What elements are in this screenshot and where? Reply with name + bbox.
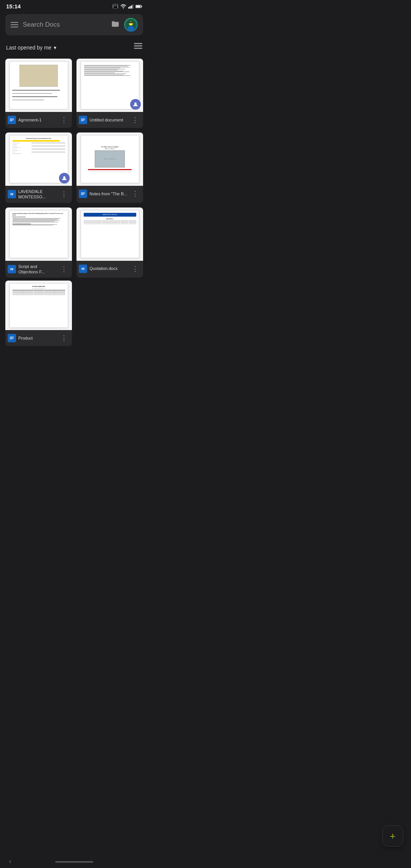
- doc-preview-script: Fundraiser/Telesuder Agent to Potential …: [5, 207, 72, 261]
- preview-img-script: Fundraiser/Telesuder Agent to Potential …: [10, 210, 68, 258]
- doc-menu-lavendale[interactable]: ⋮: [59, 189, 69, 199]
- svg-rect-18: [10, 121, 13, 121]
- status-icons: 📳: [112, 3, 142, 9]
- doc-footer-quotation: W Quotation.docx ⋮: [76, 261, 143, 277]
- svg-point-12: [128, 26, 134, 30]
- doc-menu-script[interactable]: ⋮: [59, 264, 69, 274]
- svg-rect-17: [10, 120, 14, 120]
- svg-rect-2: [130, 6, 131, 8]
- folder-icon[interactable]: [111, 21, 119, 29]
- doc-card-notes[interactable]: The Bābur-nāma in English (Memoirs of Bā…: [76, 132, 143, 203]
- search-bar[interactable]: Search Docs: [5, 14, 143, 35]
- svg-rect-26: [81, 195, 84, 195]
- preview-img-agr1: [10, 61, 68, 109]
- doc-type-icon-script: W: [8, 265, 16, 273]
- vibrate-icon: 📳: [112, 3, 118, 9]
- doc-name-script: Script and Objections F...: [18, 264, 57, 275]
- svg-rect-29: [10, 339, 13, 339]
- quotation-header: AZAD BORING & DRILLING: [84, 213, 136, 217]
- doc-name-untitled: Untitled document: [89, 117, 128, 123]
- shared-avatar-lavendale: [59, 173, 70, 183]
- doc-card-lavendale[interactable]: Commercial Energy Contract Submission Fo…: [5, 132, 72, 203]
- doc-card-product[interactable]: ATTISHOK MARKETING Basic Design (Extensi…: [5, 281, 72, 346]
- svg-rect-15: [134, 48, 142, 49]
- svg-rect-22: [81, 121, 84, 121]
- avatar[interactable]: [124, 18, 138, 32]
- svg-point-0: [123, 8, 124, 9]
- doc-footer-lavendale: W LAVENDALE MONTESSO... ⋮: [5, 186, 72, 203]
- svg-rect-25: [81, 193, 85, 194]
- doc-footer-untitled: Untitled document ⋮: [76, 112, 143, 128]
- doc-card-agr1[interactable]: Agrrement-1 ⋮: [5, 59, 72, 128]
- hamburger-menu[interactable]: [11, 22, 18, 27]
- doc-preview-lavendale: Commercial Energy Contract Submission Fo…: [5, 132, 72, 186]
- svg-rect-3: [131, 5, 132, 8]
- doc-type-icon-notes: [79, 190, 87, 198]
- doc-preview-quotation: AZAD BORING & DRILLING Quotation: [76, 207, 143, 261]
- doc-card-quotation[interactable]: AZAD BORING & DRILLING Quotation: [76, 207, 143, 278]
- filter-row: Last opened by me ▾: [0, 38, 148, 56]
- doc-footer-product: Product ⋮: [5, 330, 72, 346]
- signal-icon: [128, 4, 134, 9]
- preview-img-product: ATTISHOK MARKETING Basic Design (Extensi…: [10, 283, 68, 328]
- doc-type-icon-lavendale: W: [8, 190, 16, 198]
- status-time: 15:14: [6, 3, 21, 10]
- filter-text: Last opened by me: [6, 45, 51, 51]
- svg-rect-6: [141, 6, 142, 7]
- doc-preview-notes: The Bābur-nāma in English (Memoirs of Bā…: [76, 132, 143, 186]
- doc-preview-product: ATTISHOK MARKETING Basic Design (Extensi…: [5, 281, 72, 330]
- svg-rect-11: [128, 22, 134, 23]
- single-card-row: ATTISHOK MARKETING Basic Design (Extensi…: [0, 281, 148, 349]
- doc-card-untitled[interactable]: Untitled document ⋮: [76, 59, 143, 128]
- svg-rect-28: [10, 338, 14, 338]
- battery-icon: [135, 4, 142, 9]
- doc-name-product: Product: [18, 335, 57, 341]
- svg-rect-7: [136, 5, 140, 7]
- doc-name-lavendale: LAVENDALE MONTESSO...: [18, 189, 57, 200]
- doc-type-icon-quotation: W: [79, 265, 87, 273]
- svg-rect-20: [81, 119, 85, 119]
- doc-preview-agr1: [5, 59, 72, 112]
- svg-rect-1: [128, 7, 129, 8]
- svg-rect-13: [134, 43, 142, 44]
- svg-rect-4: [132, 4, 134, 8]
- svg-rect-24: [81, 193, 85, 193]
- doc-menu-product[interactable]: ⋮: [59, 333, 69, 343]
- doc-menu-notes[interactable]: ⋮: [130, 189, 140, 199]
- preview-img-notes: The Bābur-nāma in English (Memoirs of Bā…: [81, 135, 139, 183]
- search-input[interactable]: Search Docs: [23, 21, 107, 29]
- svg-rect-21: [81, 120, 85, 120]
- list-view-icon[interactable]: [134, 43, 142, 52]
- wifi-icon: [120, 4, 126, 9]
- doc-menu-untitled[interactable]: ⋮: [130, 115, 140, 125]
- doc-type-icon-product: [8, 334, 16, 342]
- doc-menu-quotation[interactable]: ⋮: [130, 264, 140, 274]
- doc-card-script[interactable]: Fundraiser/Telesuder Agent to Potential …: [5, 207, 72, 278]
- doc-footer-agr1: Agrrement-1 ⋮: [5, 112, 72, 128]
- doc-menu-agr1[interactable]: ⋮: [59, 115, 69, 125]
- svg-rect-27: [10, 337, 14, 337]
- svg-point-19: [134, 102, 137, 105]
- doc-footer-notes: Notes from "The B... ⋮: [76, 186, 143, 202]
- doc-type-icon-agr1: [8, 116, 16, 124]
- svg-rect-14: [134, 45, 142, 46]
- filter-arrow-icon: ▾: [54, 45, 56, 51]
- doc-name-quotation: Quotation.docx: [89, 266, 128, 271]
- avatar-image: [124, 18, 138, 32]
- doc-name-notes: Notes from "The B...: [89, 191, 128, 196]
- preview-img-quotation: AZAD BORING & DRILLING Quotation: [81, 210, 139, 258]
- svg-point-23: [63, 176, 65, 179]
- shared-avatar-untitled: [130, 99, 141, 110]
- status-bar: 15:14 📳: [0, 0, 148, 11]
- doc-preview-untitled: [76, 59, 143, 112]
- doc-name-agr1: Agrrement-1: [18, 117, 57, 123]
- doc-type-icon-untitled: [79, 116, 87, 124]
- docs-grid: Agrrement-1 ⋮: [0, 56, 148, 281]
- svg-rect-16: [10, 119, 14, 119]
- filter-label[interactable]: Last opened by me ▾: [6, 45, 56, 51]
- doc-footer-script: W Script and Objections F... ⋮: [5, 261, 72, 278]
